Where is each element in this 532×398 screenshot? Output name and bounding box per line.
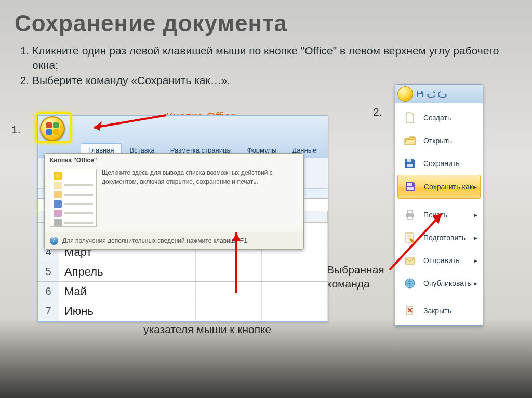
svg-rect-5	[407, 187, 414, 190]
row-header[interactable]: 5	[38, 262, 59, 281]
svg-rect-7	[407, 210, 413, 214]
undo-icon[interactable]	[427, 89, 436, 99]
tooltip-help-text: Для получения дополнительных сведений на…	[62, 237, 249, 244]
menu-item-send[interactable]: Отправить ▸	[397, 249, 481, 272]
redo-icon[interactable]	[438, 89, 447, 99]
screenshot-office-menu: Создать Открыть Сохранить Сохранить как	[395, 84, 483, 326]
chevron-right-icon: ▸	[474, 234, 477, 242]
table-row: 7 Июнь	[38, 301, 328, 321]
cell[interactable]	[262, 301, 328, 321]
menu-label: Сохранить как	[424, 183, 473, 191]
office-small-icon	[54, 172, 62, 180]
menu-separator	[400, 201, 478, 201]
svg-rect-0	[418, 91, 421, 93]
office-menu: Создать Открыть Сохранить Сохранить как	[395, 103, 483, 325]
cell[interactable]	[262, 282, 328, 301]
marker-2: 2.	[373, 106, 382, 118]
menu-item-new[interactable]: Создать	[397, 106, 481, 129]
help-icon	[50, 237, 58, 245]
printer-icon	[402, 207, 418, 223]
office-button-tooltip: Кнопка "Office" Щелкните здесь для вывод…	[44, 153, 304, 250]
marker-1: 1.	[11, 123, 21, 136]
cell[interactable]	[196, 282, 262, 301]
menu-label: Создать	[423, 114, 451, 122]
cell[interactable]: Май	[59, 282, 196, 301]
slide-title: Сохранение документа	[15, 10, 517, 36]
save-disk-icon	[402, 155, 418, 172]
save-icon[interactable]	[415, 89, 424, 99]
menu-item-prepare[interactable]: Подготовить ▸	[397, 226, 481, 249]
svg-rect-8	[407, 216, 413, 219]
svg-rect-1	[418, 94, 422, 97]
tooltip-body-text: Щелкните здесь для вывода списка возможн…	[102, 169, 298, 227]
menu-label: Сохранить	[423, 159, 460, 168]
menu-label: Подготовить	[423, 234, 466, 242]
svg-rect-4	[407, 183, 412, 186]
cell[interactable]: Июнь	[59, 301, 196, 321]
prepare-icon	[402, 229, 418, 246]
chevron-right-icon: ▸	[474, 279, 477, 287]
label-selected-cmd: Выбранная команда	[327, 263, 394, 291]
menu-label: Опубликовать	[423, 279, 471, 287]
chevron-right-icon: ▸	[473, 183, 477, 191]
menu-item-save[interactable]: Сохранить	[397, 152, 481, 175]
cell[interactable]	[196, 301, 262, 321]
instruction-item: Кликните один раз левой клавишей мыши по…	[32, 44, 517, 73]
folder-open-icon	[402, 132, 418, 149]
office-button[interactable]	[397, 86, 413, 102]
menu-label: Открыть	[423, 136, 452, 145]
send-mail-icon	[402, 252, 418, 269]
office-logo-icon	[46, 122, 59, 135]
tooltip-title: Кнопка "Office"	[45, 154, 303, 166]
chevron-right-icon: ▸	[474, 211, 477, 219]
publish-globe-icon	[402, 275, 418, 292]
chevron-right-icon: ▸	[474, 256, 477, 265]
menu-item-publish[interactable]: Опубликовать ▸	[397, 272, 481, 295]
cell[interactable]	[262, 262, 328, 281]
row-header[interactable]: 6	[38, 282, 59, 301]
new-file-icon	[402, 109, 418, 126]
cell[interactable]: Апрель	[59, 262, 196, 281]
close-doc-icon	[402, 303, 418, 319]
cell[interactable]	[196, 262, 262, 281]
row-header[interactable]: 7	[38, 301, 59, 321]
menu-separator	[400, 297, 478, 297]
menu-label: Закрыть	[423, 307, 451, 315]
menu-label: Печать	[423, 211, 447, 219]
instruction-list: Кликните один раз левой клавишей мыши по…	[15, 44, 517, 88]
screenshot-excel-tooltip: Главная Вставка Разметка страницы Формул…	[37, 115, 328, 322]
tooltip-thumbnail	[50, 169, 97, 227]
menu-item-open[interactable]: Открыть	[397, 129, 481, 152]
office-button[interactable]	[40, 116, 65, 141]
table-row: 5 Апрель	[38, 262, 328, 282]
save-as-disk-icon	[402, 179, 419, 195]
menu-label: Отправить	[423, 256, 459, 265]
menu-item-close[interactable]: Закрыть	[397, 299, 481, 322]
menu-item-save-as[interactable]: Сохранить как ▸	[397, 175, 481, 199]
table-row: 6 Май	[38, 282, 328, 301]
svg-rect-2	[407, 159, 411, 162]
menu-item-print[interactable]: Печать ▸	[397, 203, 481, 226]
svg-rect-3	[407, 164, 413, 167]
